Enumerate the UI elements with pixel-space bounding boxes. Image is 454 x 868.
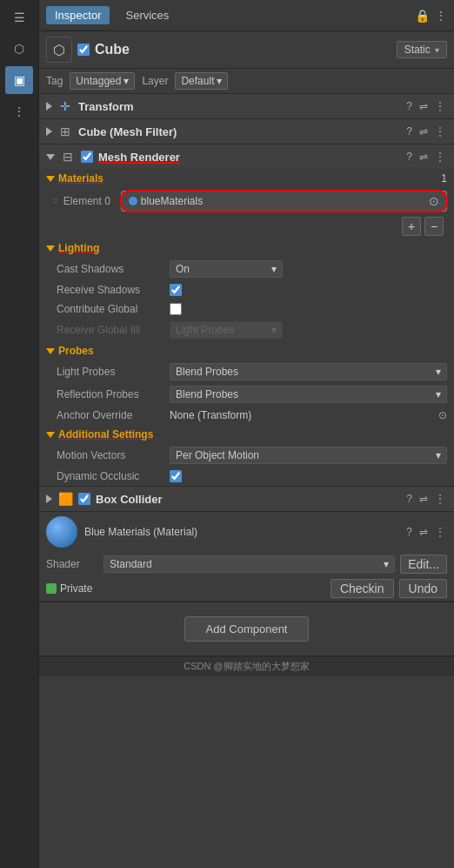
material-name: blueMaterials	[141, 195, 203, 207]
transform-settings-icon[interactable]: ⇌	[417, 98, 430, 114]
box-collider-menu-icon[interactable]: ⋮	[433, 491, 447, 507]
box-collider-icons: ? ⇌ ⋮	[404, 491, 447, 507]
shader-row: Shader Standard ▾ Edit...	[39, 552, 454, 576]
private-label: Private	[60, 582, 92, 595]
add-component-button[interactable]: Add Component	[184, 616, 310, 642]
add-material-button[interactable]: +	[402, 217, 421, 236]
box-collider-header[interactable]: 🟧 Box Collider ? ⇌ ⋮	[39, 487, 454, 511]
light-probes-dropdown[interactable]: Blend Probes ▾	[170, 363, 447, 380]
top-bar-icons: 🔒 ⋮	[415, 9, 447, 23]
light-probes-arrow: ▾	[436, 366, 441, 378]
mesh-renderer-help-icon[interactable]: ?	[404, 149, 414, 165]
contribute-global-row: Contribute Global	[39, 299, 454, 319]
remove-material-button[interactable]: −	[424, 217, 444, 236]
reflection-probes-dropdown[interactable]: Blend Probes ▾	[170, 386, 447, 403]
mesh-renderer-collapse-icon	[46, 154, 55, 160]
element-0-row: = Element 0 blueMaterials ⊙	[39, 188, 454, 214]
motion-vectors-row: Motion Vectors Per Object Motion ▾	[39, 444, 454, 467]
materials-count: 1	[441, 172, 447, 185]
reflection-probes-row: Reflection Probes Blend Probes ▾	[39, 383, 454, 406]
transform-header[interactable]: ✛ Transform ? ⇌ ⋮	[39, 94, 454, 118]
mesh-filter-menu-icon[interactable]: ⋮	[433, 124, 447, 139]
receive-shadows-checkbox[interactable]	[170, 284, 182, 296]
mesh-renderer-settings-icon[interactable]: ⇌	[417, 149, 430, 165]
dynamic-occlusion-checkbox[interactable]	[170, 470, 182, 482]
sidebar-icon-4[interactable]: ⋮	[5, 98, 33, 125]
mesh-renderer-icon: ⊟	[60, 150, 76, 164]
add-remove-row: + −	[39, 214, 454, 239]
probes-collapse-icon	[46, 348, 55, 354]
lock-icon[interactable]: 🔒	[415, 9, 430, 23]
receive-global-dropdown[interactable]: Light Probes ▾	[170, 321, 283, 339]
left-sidebar: ☰ ⬡ ▣ ⋮	[0, 0, 39, 868]
additional-settings-header[interactable]: Additional Settings	[39, 425, 454, 444]
material-circle-icon	[129, 197, 137, 205]
materials-collapse-icon	[46, 176, 55, 182]
transform-icon: ✛	[57, 99, 73, 113]
light-probes-label: Light Probes	[57, 366, 170, 378]
shader-value: Standard	[110, 558, 152, 570]
mesh-renderer-component: ⊟ Mesh Renderer ? ⇌ ⋮ Materials 1 = Elem…	[39, 145, 454, 487]
sidebar-icon-1[interactable]: ☰	[5, 3, 33, 31]
materials-section-title: Materials	[58, 172, 103, 185]
cast-shadows-dropdown[interactable]: On ▾	[170, 260, 283, 278]
tab-inspector[interactable]: Inspector	[46, 6, 110, 24]
sidebar-icon-2[interactable]: ⬡	[5, 35, 33, 63]
material-pick-icon[interactable]: ⊙	[429, 194, 439, 208]
mesh-filter-settings-icon[interactable]: ⇌	[417, 124, 430, 139]
undo-button[interactable]: Undo	[399, 579, 447, 598]
mesh-renderer-header[interactable]: ⊟ Mesh Renderer ? ⇌ ⋮	[39, 145, 454, 169]
transform-help-icon[interactable]: ?	[404, 98, 414, 114]
shader-dropdown[interactable]: Standard ▾	[103, 555, 395, 573]
motion-vectors-dropdown[interactable]: Per Object Motion ▾	[170, 447, 447, 464]
private-indicator-icon	[46, 583, 57, 594]
contribute-global-checkbox[interactable]	[170, 303, 182, 315]
transform-collapse-icon	[46, 102, 52, 111]
receive-shadows-label: Receive Shadows	[57, 284, 170, 296]
box-collider-help-icon[interactable]: ?	[404, 491, 414, 507]
tag-dropdown[interactable]: Untagged ▾	[70, 72, 135, 90]
sidebar-icon-3[interactable]: ▣	[5, 66, 33, 94]
shader-edit-button[interactable]: Edit...	[400, 555, 447, 574]
tab-services[interactable]: Services	[117, 6, 177, 24]
reflection-probes-label: Reflection Probes	[57, 388, 170, 400]
material-field[interactable]: blueMaterials ⊙	[121, 191, 447, 212]
transform-component: ✛ Transform ? ⇌ ⋮	[39, 94, 454, 119]
object-name: Cube	[95, 42, 391, 57]
blue-material-help-icon[interactable]: ?	[404, 524, 414, 540]
static-button[interactable]: Static ▾	[397, 41, 447, 58]
mesh-renderer-menu-icon[interactable]: ⋮	[433, 149, 447, 165]
object-active-checkbox[interactable]	[77, 44, 90, 56]
lighting-collapse-icon	[46, 246, 55, 252]
static-dropdown-arrow: ▾	[435, 45, 439, 55]
transform-title: Transform	[78, 100, 399, 113]
mesh-filter-collapse-icon	[46, 127, 52, 136]
element-drag-handle[interactable]: =	[53, 197, 58, 206]
footer: CSDN @脚踏实地的大梦想家	[39, 656, 454, 676]
blue-material-menu-icon[interactable]: ⋮	[433, 524, 447, 540]
blue-material-icons: ? ⇌ ⋮	[404, 524, 447, 540]
mesh-filter-help-icon[interactable]: ?	[404, 124, 414, 139]
box-collider-active-checkbox[interactable]	[78, 493, 90, 505]
mesh-filter-header[interactable]: ⊞ Cube (Mesh Filter) ? ⇌ ⋮	[39, 119, 454, 144]
element-0-label: Element 0	[63, 195, 116, 207]
box-collider-component: 🟧 Box Collider ? ⇌ ⋮	[39, 487, 454, 512]
box-collider-settings-icon[interactable]: ⇌	[417, 491, 430, 507]
lighting-section-header[interactable]: Lighting	[39, 239, 454, 258]
top-bar: Inspector Services 🔒 ⋮	[39, 0, 454, 31]
light-probes-row: Light Probes Blend Probes ▾	[39, 360, 454, 383]
probes-section-header[interactable]: Probes	[39, 341, 454, 360]
checkin-button[interactable]: Checkin	[330, 579, 394, 598]
mesh-renderer-active-checkbox[interactable]	[81, 151, 93, 163]
reflection-probes-arrow: ▾	[436, 388, 441, 400]
materials-section-header[interactable]: Materials 1	[39, 169, 454, 188]
blue-material-settings-icon[interactable]: ⇌	[417, 524, 430, 540]
shader-label: Shader	[46, 558, 98, 570]
reflection-probes-value: Blend Probes	[176, 388, 238, 400]
layer-dropdown[interactable]: Default ▾	[175, 72, 228, 90]
transform-menu-icon[interactable]: ⋮	[433, 98, 447, 114]
anchor-override-pick-icon[interactable]: ⊙	[438, 409, 447, 421]
blue-material-component: Blue Materials (Material) ? ⇌ ⋮ Shader S…	[39, 512, 454, 602]
menu-icon[interactable]: ⋮	[435, 9, 447, 23]
blue-material-sphere-icon	[46, 516, 77, 548]
